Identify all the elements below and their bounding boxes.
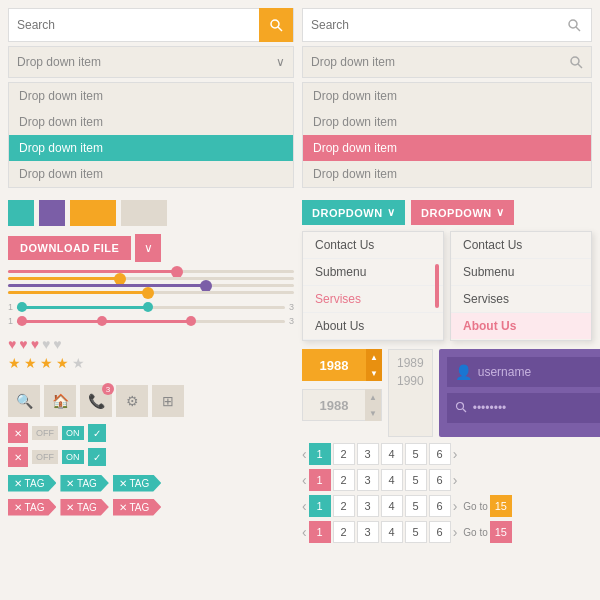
page-btn-2[interactable]: 2	[333, 521, 355, 543]
dropdown-btn-pink[interactable]: DROPDOWN ∨	[411, 200, 514, 225]
page-btn-3[interactable]: 3	[357, 521, 379, 543]
menu-item-services[interactable]: Servises	[451, 286, 591, 313]
tag-item[interactable]: ✕ TAG	[113, 473, 161, 493]
slider-track-2[interactable]	[8, 277, 294, 280]
goto-button[interactable]: 15	[490, 521, 512, 543]
page-btn-4[interactable]: 4	[381, 443, 403, 465]
step-track-2[interactable]	[17, 320, 285, 323]
menu-item-contact[interactable]: Contact Us	[451, 232, 591, 259]
list-item-active[interactable]: Drop down item	[303, 135, 591, 161]
slider-track-3[interactable]	[8, 284, 294, 287]
tag-item[interactable]: ✕ TAG	[60, 473, 108, 493]
download-chevron-btn[interactable]: ∨	[135, 234, 161, 262]
tag-item[interactable]: ✕ TAG	[60, 497, 108, 517]
on-label[interactable]: ON	[62, 426, 84, 440]
num-list-item[interactable]: 1990	[397, 372, 424, 390]
list-item[interactable]: Drop down item	[9, 109, 293, 135]
spinner-up-btn[interactable]: ▲	[366, 349, 382, 365]
page-btn-5[interactable]: 5	[405, 521, 427, 543]
home-icon-box[interactable]: 🏠	[44, 385, 76, 417]
heart-filled[interactable]: ♥	[19, 336, 27, 352]
tag-item[interactable]: ✕ TAG	[8, 473, 56, 493]
page-btn-4[interactable]: 4	[381, 495, 403, 517]
btn-teal[interactable]	[8, 200, 34, 226]
checkbox[interactable]: ✓	[88, 448, 106, 466]
page-btn-6[interactable]: 6	[429, 521, 451, 543]
list-item-active[interactable]: Drop down item	[9, 135, 293, 161]
page-btn-6[interactable]: 6	[429, 495, 451, 517]
btn-purple[interactable]	[39, 200, 65, 226]
heart-empty[interactable]: ♥	[42, 336, 50, 352]
tag-item[interactable]: ✕ TAG	[8, 497, 56, 517]
dropdown-select-left[interactable]: Drop down item ∨	[8, 46, 294, 78]
page-btn-6[interactable]: 6	[429, 469, 451, 491]
search-button-right[interactable]	[557, 8, 591, 42]
star-empty[interactable]: ★	[72, 355, 85, 371]
on-label[interactable]: ON	[62, 450, 84, 464]
spinner-down-btn[interactable]: ▼	[365, 405, 381, 421]
goto-button[interactable]: 15	[490, 495, 512, 517]
slider-track-4[interactable]	[8, 291, 294, 294]
prev-page-btn[interactable]: ‹	[302, 472, 307, 488]
prev-page-btn[interactable]: ‹	[302, 446, 307, 462]
star-filled[interactable]: ★	[56, 355, 69, 371]
btn-beige[interactable]	[121, 200, 167, 226]
page-btn-3[interactable]: 3	[357, 495, 379, 517]
spinner-up-btn[interactable]: ▲	[365, 389, 381, 405]
page-btn-1[interactable]: 1	[309, 469, 331, 491]
page-btn-5[interactable]: 5	[405, 469, 427, 491]
spinner-down-btn[interactable]: ▼	[366, 365, 382, 381]
gear-icon-box[interactable]: ⚙	[116, 385, 148, 417]
slider-track-1[interactable]	[8, 270, 294, 273]
page-btn-4[interactable]: 4	[381, 521, 403, 543]
star-filled[interactable]: ★	[24, 355, 37, 371]
next-page-btn[interactable]: ›	[453, 472, 458, 488]
heart-filled[interactable]: ♥	[8, 336, 16, 352]
page-btn-5[interactable]: 5	[405, 443, 427, 465]
list-item[interactable]: Drop down item	[9, 161, 293, 187]
next-page-btn[interactable]: ›	[453, 446, 458, 462]
dropdown-select-right[interactable]: Drop down item	[302, 46, 592, 78]
prev-page-btn[interactable]: ‹	[302, 524, 307, 540]
num-list-item[interactable]: 1989	[397, 354, 424, 372]
page-btn-2[interactable]: 2	[333, 443, 355, 465]
page-btn-1[interactable]: 1	[309, 521, 331, 543]
list-item[interactable]: Drop down item	[9, 83, 293, 109]
grid-icon-box[interactable]: ⊞	[152, 385, 184, 417]
page-btn-2[interactable]: 2	[333, 469, 355, 491]
search-input-left[interactable]	[9, 18, 259, 32]
phone-icon-box[interactable]: 📞 3	[80, 385, 112, 417]
page-btn-3[interactable]: 3	[357, 469, 379, 491]
list-item[interactable]: Drop down item	[303, 161, 591, 187]
menu-item-contact[interactable]: Contact Us	[303, 232, 443, 259]
menu-item-about[interactable]: About Us	[303, 313, 443, 340]
page-btn-5[interactable]: 5	[405, 495, 427, 517]
menu-item-submenu[interactable]: Submenu	[451, 259, 591, 286]
username-input[interactable]	[478, 365, 600, 379]
page-btn-6[interactable]: 6	[429, 443, 451, 465]
next-page-btn[interactable]: ›	[453, 524, 458, 540]
prev-page-btn[interactable]: ‹	[302, 498, 307, 514]
search-input-right[interactable]	[303, 18, 557, 32]
menu-item-submenu[interactable]: Submenu	[303, 259, 443, 286]
search-button-left[interactable]	[259, 8, 293, 42]
search-icon-box[interactable]: 🔍	[8, 385, 40, 417]
page-btn-2[interactable]: 2	[333, 495, 355, 517]
list-item[interactable]: Drop down item	[303, 109, 591, 135]
x-button[interactable]: ✕	[8, 447, 28, 467]
dropdown-btn-teal[interactable]: DROPDOWN ∨	[302, 200, 405, 225]
page-btn-4[interactable]: 4	[381, 469, 403, 491]
tag-item[interactable]: ✕ TAG	[113, 497, 161, 517]
password-input[interactable]	[473, 401, 600, 415]
star-filled[interactable]: ★	[40, 355, 53, 371]
next-page-btn[interactable]: ›	[453, 498, 458, 514]
page-btn-3[interactable]: 3	[357, 443, 379, 465]
download-file-button[interactable]: DOWNLOAD FILE	[8, 236, 131, 260]
menu-item-about[interactable]: About Us	[451, 313, 591, 339]
btn-orange[interactable]	[70, 200, 116, 226]
list-item[interactable]: Drop down item	[303, 83, 591, 109]
menu-item-services[interactable]: Servises	[303, 286, 443, 313]
page-btn-1[interactable]: 1	[309, 443, 331, 465]
heart-empty[interactable]: ♥	[53, 336, 61, 352]
heart-filled[interactable]: ♥	[31, 336, 39, 352]
